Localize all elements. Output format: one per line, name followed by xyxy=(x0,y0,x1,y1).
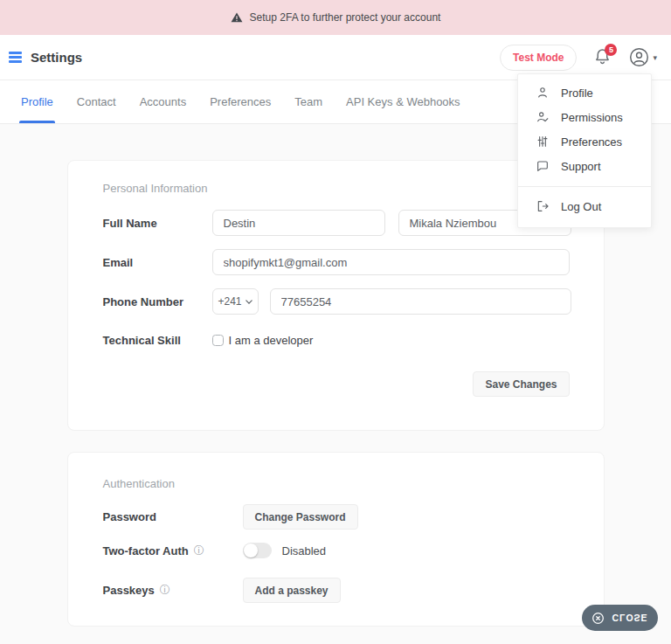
authentication-card: Authentication Password Change Password … xyxy=(67,452,605,627)
hamburger-menu-icon[interactable] xyxy=(9,52,22,63)
account-menu: Profile Permissions Preferences xyxy=(517,73,652,228)
email-label: Email xyxy=(103,256,212,269)
technical-skill-label: Technical Skill xyxy=(103,334,212,347)
technical-skill-row: Technical Skill I am a developer xyxy=(103,334,570,347)
page-title: Settings xyxy=(31,50,82,65)
tab-preferences[interactable]: Preferences xyxy=(210,80,271,123)
logout-icon xyxy=(536,199,550,213)
notifications-bell-icon[interactable]: 5 xyxy=(593,47,612,68)
tab-team[interactable]: Team xyxy=(294,80,322,123)
banner-text: Setup 2FA to further protect your accoun… xyxy=(250,11,441,24)
person-icon xyxy=(536,86,550,100)
menu-item-preferences[interactable]: Preferences xyxy=(518,129,651,154)
email-row: Email xyxy=(103,249,570,275)
tab-accounts[interactable]: Accounts xyxy=(140,80,186,123)
full-name-row: Full Name xyxy=(103,210,570,236)
phone-row: Phone Number +241 xyxy=(103,288,570,315)
password-row: Password Change Password xyxy=(103,504,570,530)
info-icon: ⓘ xyxy=(160,583,170,598)
menu-divider xyxy=(518,186,651,187)
chevron-down-icon: ▾ xyxy=(653,53,657,62)
warning-icon xyxy=(231,11,243,24)
sliders-icon xyxy=(536,135,550,149)
menu-item-label: Preferences xyxy=(561,135,622,149)
country-code-value: +241 xyxy=(218,295,241,308)
chat-bubble-icon xyxy=(536,159,550,173)
person-check-icon xyxy=(536,110,550,124)
menu-item-support[interactable]: Support xyxy=(518,154,651,178)
passkeys-row: Passkeys ⓘ Add a passkey xyxy=(103,578,570,603)
menu-item-label: Support xyxy=(561,160,601,173)
two-factor-status: Disabled xyxy=(282,544,327,557)
notification-badge: 5 xyxy=(605,44,617,56)
developer-checkbox[interactable] xyxy=(212,335,224,346)
developer-checkbox-label: I am a developer xyxy=(229,334,314,347)
chat-close-button[interactable]: CLOSE xyxy=(582,605,658,631)
avatar-icon xyxy=(629,47,649,67)
phone-number-input[interactable] xyxy=(270,288,571,315)
section-title: Authentication xyxy=(103,453,570,490)
phone-label: Phone Number xyxy=(103,295,212,308)
close-icon xyxy=(591,612,605,625)
change-password-button[interactable]: Change Password xyxy=(243,504,358,530)
password-label: Password xyxy=(103,510,243,523)
two-factor-toggle[interactable] xyxy=(243,543,272,558)
tab-contact[interactable]: Contact xyxy=(77,80,116,123)
menu-item-label: Profile xyxy=(561,87,593,100)
account-avatar[interactable]: ▾ xyxy=(629,47,657,67)
menu-item-permissions[interactable]: Permissions xyxy=(518,105,651,129)
menu-item-label: Log Out xyxy=(561,200,601,213)
first-name-input[interactable] xyxy=(212,210,385,236)
menu-item-label: Permissions xyxy=(561,111,623,124)
2fa-banner: Setup 2FA to further protect your accoun… xyxy=(0,0,671,35)
section-title: Personal Information xyxy=(103,161,570,195)
info-icon: ⓘ xyxy=(194,544,204,558)
chat-close-label: CLOSE xyxy=(612,613,647,623)
full-name-label: Full Name xyxy=(103,217,212,230)
email-input[interactable] xyxy=(212,249,570,275)
settings-page: Setup 2FA to further protect your accoun… xyxy=(0,0,671,644)
menu-item-profile[interactable]: Profile xyxy=(518,80,651,105)
chevron-down-icon xyxy=(246,300,252,304)
add-passkey-button[interactable]: Add a passkey xyxy=(243,578,341,603)
test-mode-button[interactable]: Test Mode xyxy=(500,45,577,71)
two-factor-label: Two-factor Auth xyxy=(103,544,189,557)
country-code-select[interactable]: +241 xyxy=(212,288,259,315)
tab-profile[interactable]: Profile xyxy=(21,80,53,123)
two-factor-row: Two-factor Auth ⓘ Disabled xyxy=(103,543,570,558)
menu-item-logout[interactable]: Log Out xyxy=(518,194,651,218)
passkeys-label: Passkeys xyxy=(103,584,155,597)
tab-api-keys-webhooks[interactable]: API Keys & Webhooks xyxy=(346,80,460,123)
save-changes-button[interactable]: Save Changes xyxy=(473,371,569,397)
